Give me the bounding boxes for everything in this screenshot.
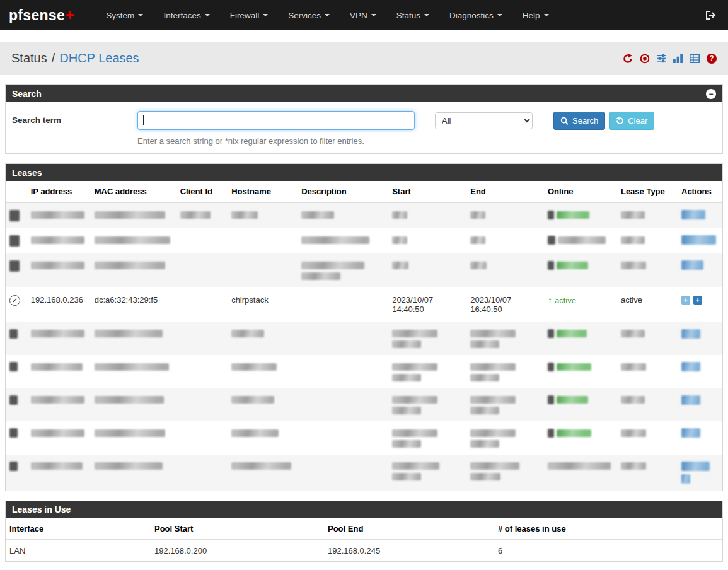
cell-mac [91, 455, 176, 491]
search-input[interactable] [137, 111, 415, 130]
arrow-up-icon: ↑ [548, 295, 552, 305]
cell-lease_type [617, 228, 678, 253]
table-icon[interactable] [690, 54, 700, 63]
cell-lease_type [617, 253, 678, 287]
cell-description [298, 355, 388, 388]
redacted-block [231, 211, 258, 219]
redacted-block [548, 395, 554, 404]
cell-hostname [228, 421, 298, 455]
redacted-block [548, 329, 554, 338]
halt-icon[interactable] [640, 54, 650, 64]
pfsense-logo[interactable]: pfsense+ [9, 6, 74, 24]
nav-item-services[interactable]: Services [278, 0, 340, 30]
cell-hostname [228, 322, 298, 356]
liu-header-row: InterfacePool StartPool End# of leases i… [6, 518, 722, 540]
search-button[interactable]: Search [553, 112, 605, 130]
redacted-block [470, 236, 485, 244]
breadcrumb-page-title: DHCP Leases [59, 51, 139, 66]
redacted-block [681, 329, 700, 339]
lease-end: 2023/10/07 16:40:50 [466, 287, 544, 322]
nav-item-label: System [106, 11, 134, 20]
cell-actions [678, 322, 722, 356]
nav-item-interfaces[interactable]: Interfaces [153, 0, 219, 30]
cell-ip [27, 355, 91, 388]
column-header: Hostname [228, 181, 298, 202]
cell-start [388, 355, 466, 388]
search-icon [560, 117, 569, 125]
minus-circle-icon[interactable]: − [706, 89, 716, 99]
redacted-block [621, 429, 646, 437]
nav-item-vpn[interactable]: VPN [340, 0, 386, 30]
redacted-block [557, 363, 591, 371]
sign-out-icon[interactable] [703, 8, 719, 23]
nav-item-diagnostics[interactable]: Diagnostics [439, 0, 512, 30]
cell-online [544, 355, 617, 388]
cell-start [388, 455, 466, 491]
cell-hostname [228, 455, 298, 491]
redacted-block [9, 329, 18, 339]
cell-mac [91, 253, 176, 287]
redacted-block [95, 396, 164, 404]
cell-icon [6, 388, 27, 422]
clear-button[interactable]: Clear [609, 112, 654, 130]
redacted-block [548, 236, 555, 245]
chevron-down-icon [544, 14, 549, 16]
cell-lease_type [617, 388, 678, 422]
column-header: Interface [6, 518, 151, 540]
redacted-block [231, 330, 264, 337]
top-navbar: pfsense+ SystemInterfacesFirewallService… [0, 0, 728, 30]
cell-end [466, 202, 544, 228]
cell-lease_type [617, 322, 678, 356]
nav-menu: SystemInterfacesFirewallServicesVPNStatu… [96, 0, 558, 30]
redacted-block [470, 429, 516, 437]
brand-plus: + [66, 6, 74, 24]
cell-lease_type [617, 202, 678, 228]
add-wol-mapping-icon[interactable]: + [693, 296, 702, 305]
redacted-block [558, 236, 606, 244]
nav-item-system[interactable]: System [96, 0, 153, 30]
cell-start [388, 421, 466, 455]
cell-client_id [176, 322, 228, 356]
chevron-down-icon [371, 14, 376, 16]
redacted-block [231, 429, 279, 437]
nav-item-label: Firewall [230, 11, 260, 20]
help-icon[interactable]: ? [707, 54, 717, 64]
redacted-block [31, 211, 84, 219]
redacted-block [95, 211, 165, 219]
sliders-icon[interactable] [657, 54, 666, 63]
redacted-lease-row [6, 253, 722, 287]
column-header: # of leases in use [494, 518, 722, 540]
nav-item-help[interactable]: Help [512, 0, 559, 30]
add-static-mapping-icon[interactable]: + [681, 296, 690, 305]
redacted-lease-row [6, 322, 722, 356]
search-scope-select[interactable]: All [435, 112, 533, 129]
cell-ip [27, 388, 91, 422]
refresh-icon[interactable] [623, 54, 633, 64]
redacted-block [470, 374, 499, 381]
redacted-block [231, 363, 277, 371]
cell-lease_type [617, 355, 678, 388]
page-header-band: Status / DHCP Leases ? [0, 42, 728, 75]
cell-hostname [228, 253, 298, 287]
redacted-block [392, 407, 421, 414]
redacted-block [470, 262, 487, 269]
chart-icon[interactable] [673, 54, 683, 63]
nav-item-firewall[interactable]: Firewall [220, 0, 279, 30]
redacted-block [95, 462, 163, 470]
redacted-block [470, 330, 516, 337]
liu-count: 6 [494, 540, 722, 561]
redacted-block [470, 396, 516, 404]
cell-description [298, 202, 388, 228]
cell-actions [678, 355, 722, 388]
redacted-block [548, 462, 611, 470]
leases-panel-title: Leases [12, 168, 42, 178]
column-header: Client Id [176, 181, 228, 202]
leases-panel: Leases IP addressMAC addressClient IdHos… [5, 163, 723, 491]
cell-end [466, 355, 544, 388]
nav-item-status[interactable]: Status [386, 0, 439, 30]
breadcrumb-section[interactable]: Status [11, 51, 47, 66]
cell-ip [27, 202, 91, 228]
lease-type: active [617, 287, 678, 322]
cell-end [466, 388, 544, 422]
redacted-block [9, 462, 18, 471]
